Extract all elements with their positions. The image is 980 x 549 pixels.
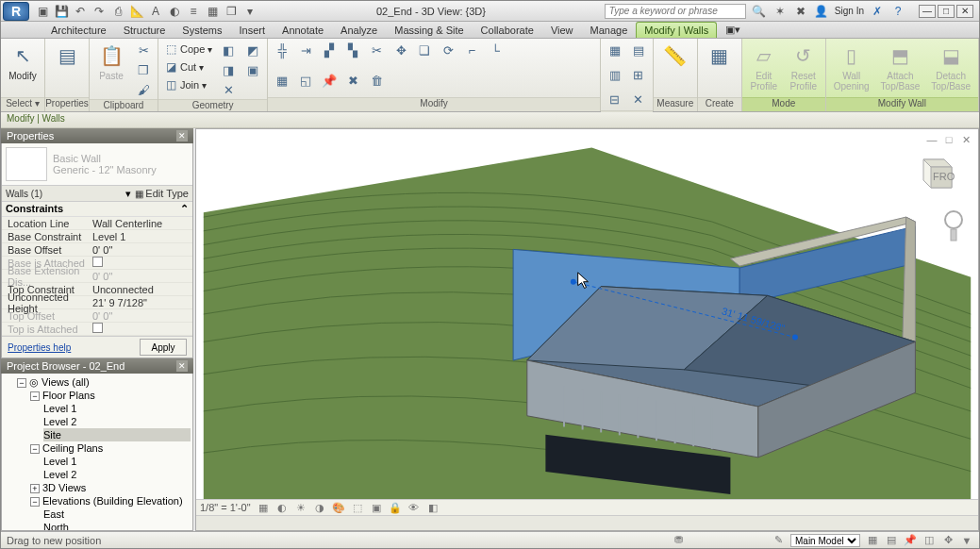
vp-max-icon[interactable]: □ <box>942 133 955 146</box>
geom-sm-5-icon[interactable]: ▣ <box>242 60 263 79</box>
switch-windows-icon[interactable]: ❐ <box>224 4 239 19</box>
match-icon[interactable]: 🖌 <box>133 80 154 99</box>
scale-icon[interactable]: ◱ <box>295 71 316 90</box>
mod2-5-icon[interactable]: ⊟ <box>605 90 625 108</box>
join-button[interactable]: ◫Join ▾ <box>162 76 214 93</box>
drag-icon[interactable]: ✥ <box>941 534 955 547</box>
thin-lines-icon[interactable]: ≡ <box>186 4 201 19</box>
mod2-6-icon[interactable]: ✕ <box>628 90 649 108</box>
vp-min-icon[interactable]: — <box>925 133 938 146</box>
tab-manage[interactable]: Manage <box>582 22 637 38</box>
tree-views-all[interactable]: Views (all) <box>42 376 90 388</box>
category-constraints[interactable]: Constraints⌃ <box>2 202 192 217</box>
app-menu-button[interactable]: R <box>3 2 29 21</box>
tree-item[interactable]: Level 1 <box>43 455 191 468</box>
visual-style-icon[interactable]: ◐ <box>275 501 289 514</box>
detach-button[interactable]: ⬓Detach Top/Base <box>927 41 974 93</box>
user-icon[interactable]: 👤 <box>814 4 829 19</box>
crop-region-icon[interactable]: ▣ <box>370 501 383 514</box>
tab-collaborate[interactable]: Collaborate <box>473 22 542 38</box>
tab-modify-walls[interactable]: Modify | Walls <box>636 22 717 38</box>
tab-architecture[interactable]: Architecture <box>42 22 115 38</box>
edit-profile-button[interactable]: ▱Edit Profile <box>746 41 782 93</box>
help-search-input[interactable] <box>605 4 746 19</box>
expand-icon[interactable]: − <box>30 444 40 454</box>
print-icon[interactable]: ⎙ <box>110 4 125 19</box>
property-row[interactable]: Base Offset0' 0" <box>2 243 192 257</box>
undo-icon[interactable]: ↶ <box>73 4 88 19</box>
tab-annotate[interactable]: Annotate <box>274 22 332 38</box>
text-icon[interactable]: A <box>148 4 163 19</box>
type-selector[interactable]: Basic WallGeneric - 12" Masonry <box>2 143 192 185</box>
mirror-axis-icon[interactable]: ▞ <box>319 41 340 59</box>
section-icon[interactable]: ◐ <box>167 4 182 19</box>
browser-header[interactable]: Project Browser - 02_End✕ <box>1 358 193 374</box>
copy-clip-icon[interactable]: ❐ <box>133 60 154 79</box>
mod2-2-icon[interactable]: ▤ <box>628 41 649 59</box>
tab-analyze[interactable]: Analyze <box>332 22 386 38</box>
close-button[interactable]: ✕ <box>956 5 973 18</box>
reset-profile-button[interactable]: ↺Reset Profile <box>786 41 822 93</box>
cut-clip-icon[interactable]: ✂ <box>133 41 154 59</box>
select-underlay-icon[interactable]: ▤ <box>885 534 898 547</box>
tab-structure[interactable]: Structure <box>115 22 174 38</box>
tree-item[interactable]: North <box>43 521 191 530</box>
vp-close-icon[interactable]: ✕ <box>959 133 972 146</box>
tree-elevations[interactable]: Elevations (Building Elevation) <box>42 495 183 507</box>
mod2-4-icon[interactable]: ⊞ <box>628 65 649 84</box>
save-icon[interactable]: 💾 <box>54 4 69 19</box>
select-pinned-icon[interactable]: 📌 <box>904 534 917 547</box>
properties-help-link[interactable]: Properties help <box>8 342 71 353</box>
worksets-icon[interactable]: ⛃ <box>672 534 685 547</box>
maximize-button[interactable]: □ <box>938 5 955 18</box>
wall-opening-button[interactable]: ▯Wall Opening <box>830 41 873 93</box>
horizontal-scrollbar[interactable] <box>196 515 978 530</box>
apply-button[interactable]: Apply <box>140 339 187 356</box>
offset-icon[interactable]: ⇥ <box>295 41 316 59</box>
expand-icon[interactable]: − <box>30 391 40 401</box>
create-button[interactable]: ▦ <box>702 41 738 71</box>
select-face-icon[interactable]: ◫ <box>922 534 936 547</box>
mirror-draw-icon[interactable]: ▚ <box>342 41 363 59</box>
close-browser-icon[interactable]: ✕ <box>176 360 188 372</box>
close-hidden-icon[interactable]: ▦ <box>205 4 220 19</box>
tree-floor-plans[interactable]: Floor Plans <box>42 390 95 401</box>
reveal-icon[interactable]: ◧ <box>426 501 440 514</box>
edit-type-button[interactable]: ▦ Edit Type <box>135 188 189 199</box>
view-scale[interactable]: 1/8" = 1'-0" <box>200 502 251 513</box>
expand-icon[interactable]: − <box>30 497 40 507</box>
tree-item[interactable]: Level 2 <box>43 415 191 428</box>
tree-3d-views[interactable]: 3D Views <box>42 482 86 493</box>
move-icon[interactable]: ✥ <box>390 41 411 59</box>
tab-extras-icon[interactable]: ▣▾ <box>717 21 749 38</box>
minimize-button[interactable]: — <box>919 5 936 18</box>
copy-icon[interactable]: ❏ <box>414 41 435 59</box>
detail-level-icon[interactable]: ▦ <box>257 501 270 514</box>
project-tree[interactable]: −◎ Views (all) −Floor Plans Level 1Level… <box>2 374 192 530</box>
property-row[interactable]: Location LineWall Centerline <box>2 217 192 230</box>
close-properties-icon[interactable]: ✕ <box>176 130 188 141</box>
geom-sm-2-icon[interactable]: ◨ <box>218 60 239 79</box>
redo-icon[interactable]: ↷ <box>91 4 107 19</box>
measure-button[interactable]: 📏 <box>657 41 693 71</box>
array-icon[interactable]: ▦ <box>272 71 292 90</box>
favorites-icon[interactable]: ✗ <box>870 4 885 19</box>
split-icon[interactable]: ✂ <box>366 41 387 59</box>
measure-icon[interactable]: 📐 <box>129 4 144 19</box>
lock-icon[interactable]: 🔒 <box>389 501 402 514</box>
subscription-icon[interactable]: ✶ <box>772 4 788 19</box>
selection-filter[interactable]: Walls (1) <box>6 189 122 199</box>
geom-sm-3-icon[interactable]: ✕ <box>218 80 239 99</box>
properties-header[interactable]: Properties✕ <box>1 128 193 143</box>
editable-only-icon[interactable]: ✎ <box>772 534 785 547</box>
qat-dropdown-icon[interactable]: ▾ <box>242 4 257 19</box>
tab-systems[interactable]: Systems <box>174 22 230 38</box>
pin-icon[interactable]: 📌 <box>319 71 340 90</box>
tab-massing-site[interactable]: Massing & Site <box>386 22 472 38</box>
rendering-icon[interactable]: 🎨 <box>332 501 345 514</box>
canvas-3d[interactable]: 31' 11 59/128" — □ ✕ FRONT <box>196 129 978 499</box>
expand-icon[interactable]: − <box>17 378 26 388</box>
open-icon[interactable]: ▣ <box>35 4 50 19</box>
extend-icon[interactable]: └ <box>485 41 506 59</box>
expand-icon[interactable]: + <box>30 484 40 493</box>
